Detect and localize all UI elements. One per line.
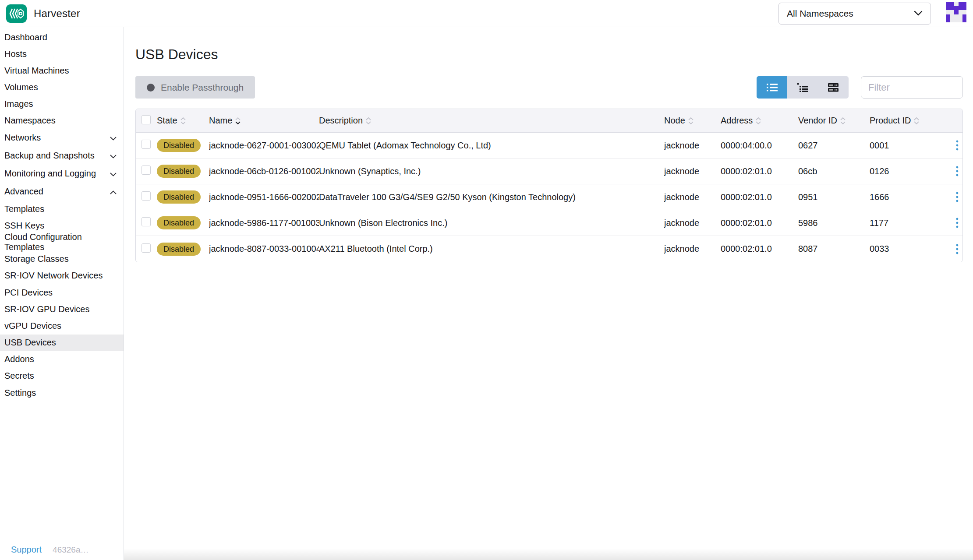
chevron-down-icon — [110, 169, 117, 179]
filter-input[interactable] — [861, 76, 963, 99]
column-header-product-id[interactable]: Product ID — [870, 116, 952, 126]
view-mode-group — [757, 76, 849, 99]
sidebar-item-ssh-keys[interactable]: SSH Keys — [0, 217, 124, 234]
device-vendor-id: 06cb — [798, 166, 870, 176]
row-actions-button[interactable] — [952, 242, 962, 256]
column-header-name[interactable]: Name — [209, 116, 319, 126]
row-actions-button[interactable] — [952, 190, 962, 204]
device-address: 0000:02:01.0 — [721, 192, 798, 202]
device-name: jacknode-8087-0033-001004 — [209, 244, 319, 254]
sidebar-group-backup-and-snapshots[interactable]: Backup and Snapshots — [0, 147, 124, 165]
column-header-description[interactable]: Description — [319, 116, 664, 126]
device-address: 0000:04:00.0 — [721, 141, 798, 151]
enable-passthrough-button[interactable]: Enable Passthrough — [135, 76, 255, 99]
device-vendor-id: 5986 — [798, 218, 870, 228]
device-description: AX211 Bluetooth (Intel Corp.) — [319, 244, 664, 254]
table-header-row: State Name Description — [136, 109, 962, 133]
vertical-ellipsis-icon — [956, 244, 959, 254]
row-checkbox[interactable] — [142, 191, 151, 201]
row-actions-button[interactable] — [952, 138, 962, 152]
list-controls — [757, 76, 963, 99]
sidebar-item-images[interactable]: Images — [0, 95, 124, 112]
row-actions-button[interactable] — [952, 164, 962, 178]
device-product-id: 0001 — [870, 141, 952, 151]
device-vendor-id: 0627 — [798, 141, 870, 151]
vertical-ellipsis-icon — [956, 218, 959, 228]
device-vendor-id: 0951 — [798, 192, 870, 202]
device-description: Unknown (Synaptics, Inc.) — [319, 166, 664, 176]
sidebar-item-sr-iov-network-devices[interactable]: SR-IOV Network Devices — [0, 268, 124, 284]
device-address: 0000:02:01.0 — [721, 218, 798, 228]
view-config-button[interactable] — [818, 76, 849, 99]
sidebar-item-sr-iov-gpu-devices[interactable]: SR-IOV GPU Devices — [0, 301, 124, 317]
column-header-address[interactable]: Address — [721, 116, 798, 126]
sidebar-item-pci-devices[interactable]: PCI Devices — [0, 284, 124, 301]
support-link[interactable]: Support — [11, 545, 42, 555]
sidebar-group-networks[interactable]: Networks — [0, 129, 124, 147]
device-address: 0000:02:01.0 — [721, 244, 798, 254]
sidebar-group-advanced[interactable]: Advanced — [0, 183, 124, 201]
sort-icon — [756, 117, 761, 124]
column-header-state[interactable]: State — [157, 116, 209, 126]
sidebar: Dashboard Hosts Virtual Machines Volumes… — [0, 27, 124, 560]
row-actions-button[interactable] — [952, 216, 962, 230]
user-avatar[interactable] — [946, 2, 966, 22]
version-label: 46326a… — [53, 545, 88, 555]
device-description: DataTraveler 100 G3/G4/SE9 G2/50 Kyson (… — [319, 192, 664, 202]
column-header-node[interactable]: Node — [664, 116, 721, 126]
device-product-id: 0126 — [870, 166, 952, 176]
column-header-vendor-id[interactable]: Vendor ID — [798, 116, 870, 126]
row-checkbox[interactable] — [142, 166, 151, 175]
sidebar-item-volumes[interactable]: Volumes — [0, 79, 124, 95]
device-node: jacknode — [664, 141, 721, 151]
taxonomy-view-icon — [797, 83, 808, 92]
status-badge: Disabled — [157, 243, 201, 256]
sidebar-item-hosts[interactable]: Hosts — [0, 46, 124, 62]
view-list-button[interactable] — [757, 76, 787, 99]
sort-icon — [914, 117, 919, 124]
sidebar-item-settings[interactable]: Settings — [0, 384, 124, 401]
sidebar-item-addons[interactable]: Addons — [0, 351, 124, 368]
top-bar: Harvester All Namespaces — [0, 0, 973, 27]
sidebar-item-templates[interactable]: Templates — [0, 201, 124, 217]
sidebar-item-dashboard[interactable]: Dashboard — [0, 29, 124, 46]
sidebar-item-secrets[interactable]: Secrets — [0, 368, 124, 384]
device-name: jacknode-0627-0001-003002 — [209, 141, 319, 151]
sidebar-item-usb-devices[interactable]: USB Devices — [0, 335, 124, 351]
vertical-ellipsis-icon — [956, 192, 959, 202]
status-badge: Disabled — [157, 216, 201, 229]
harvester-logo-icon — [6, 4, 27, 23]
device-description: Unknown (Bison Electronics Inc.) — [319, 218, 664, 228]
device-description: QEMU Tablet (Adomax Technology Co., Ltd) — [319, 141, 664, 151]
table-row: Disabled jacknode-0627-0001-003002 QEMU … — [136, 133, 962, 158]
row-checkbox[interactable] — [142, 243, 151, 253]
actions-row: Enable Passthrough — [135, 76, 963, 99]
table-row: Disabled jacknode-8087-0033-001004 AX211… — [136, 236, 962, 262]
device-node: jacknode — [664, 192, 721, 202]
device-name: jacknode-5986-1177-001003 — [209, 218, 319, 228]
namespace-selected-value: All Namespaces — [787, 8, 853, 19]
sidebar-item-virtual-machines[interactable]: Virtual Machines — [0, 62, 124, 79]
sidebar-item-namespaces[interactable]: Namespaces — [0, 112, 124, 129]
device-product-id: 1177 — [870, 218, 952, 228]
chevron-down-icon — [110, 133, 117, 143]
status-badge: Disabled — [157, 165, 201, 178]
device-product-id: 0033 — [870, 244, 952, 254]
row-checkbox[interactable] — [142, 140, 151, 149]
select-all-cell — [136, 115, 157, 127]
sidebar-item-cloud-configuration-templates[interactable]: Cloud Configuration Templates — [0, 234, 124, 250]
chevron-down-icon — [110, 151, 117, 161]
circle-icon — [147, 84, 155, 92]
sort-icon — [366, 117, 371, 124]
device-node: jacknode — [664, 166, 721, 176]
select-all-checkbox[interactable] — [142, 115, 151, 124]
row-checkbox[interactable] — [142, 217, 151, 226]
config-view-icon — [828, 83, 839, 92]
sidebar-group-monitoring-and-logging[interactable]: Monitoring and Logging — [0, 165, 124, 183]
sort-icon — [840, 117, 846, 124]
sidebar-item-storage-classes[interactable]: Storage Classes — [0, 251, 124, 268]
status-badge: Disabled — [157, 190, 201, 204]
view-taxonomy-button[interactable] — [787, 76, 818, 99]
sidebar-item-vgpu-devices[interactable]: vGPU Devices — [0, 317, 124, 334]
namespace-selector[interactable]: All Namespaces — [778, 3, 931, 25]
